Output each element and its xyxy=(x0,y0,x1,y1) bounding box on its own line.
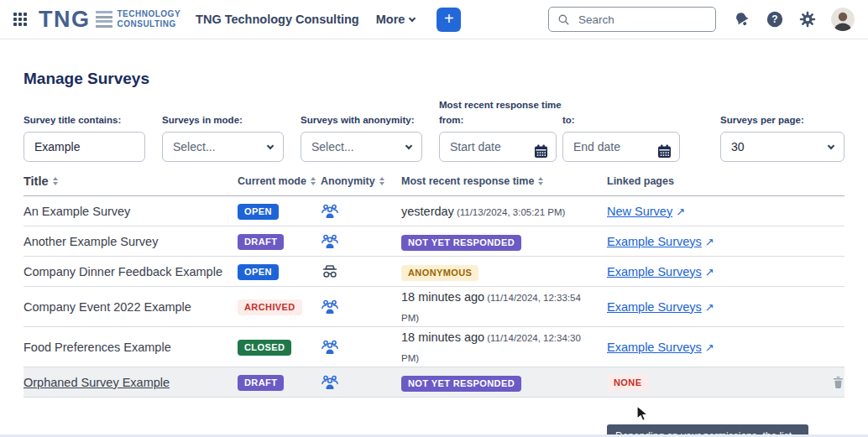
mode-badge: OPEN xyxy=(238,204,279,220)
app-switcher-icon[interactable] xyxy=(13,13,27,26)
more-label: More xyxy=(376,13,405,26)
survey-title[interactable]: Orphaned Survey Example xyxy=(24,376,238,389)
end-date-input[interactable] xyxy=(562,132,680,162)
filter-title-contains: Survey title contains: xyxy=(24,115,145,162)
linked-page-link[interactable]: Example Surveys xyxy=(607,235,702,248)
chevron-down-icon xyxy=(267,142,274,148)
mode-badge: CLOSED xyxy=(238,340,291,356)
mode-badge: DRAFT xyxy=(238,375,284,391)
filter-mode: Surveys in mode: Select... xyxy=(162,115,284,162)
create-button[interactable]: + xyxy=(437,8,461,32)
sort-icon[interactable] xyxy=(379,177,384,185)
to-label: to: xyxy=(562,115,680,125)
col-anonymity[interactable]: Anonymity xyxy=(319,175,401,187)
group-icon xyxy=(321,233,339,250)
col-response-time[interactable]: Most recent response time xyxy=(401,174,607,189)
chevron-down-icon xyxy=(405,142,412,148)
linked-page-link[interactable]: New Survey xyxy=(607,205,672,218)
external-link-icon: ↗ xyxy=(676,205,685,218)
filter-per-page: Surveys per page: 30 xyxy=(720,115,844,162)
from-label: from: xyxy=(439,115,557,125)
filter-anonymity: Surveys with anonymity: Select... xyxy=(301,115,422,162)
group-icon xyxy=(321,339,339,356)
chevron-down-icon xyxy=(828,142,834,148)
topbar: TNG TECHNOLOGY CONSULTING TNG Technology… xyxy=(0,0,868,39)
more-menu[interactable]: More xyxy=(376,13,416,26)
filter-title-label: Survey title contains: xyxy=(24,115,145,125)
filter-from: from: xyxy=(439,115,557,162)
filter-anonymity-label: Surveys with anonymity: xyxy=(301,115,422,125)
table-header: Title Current mode Anonymity Most recent… xyxy=(24,174,844,196)
per-page-label: Surveys per page: xyxy=(720,115,844,125)
linked-page-link[interactable]: Example Surveys xyxy=(607,300,702,314)
col-title[interactable]: Title xyxy=(24,174,238,188)
main-content: Manage Surveys Survey title contains: Su… xyxy=(0,70,868,398)
mode-badge: ARCHIVED xyxy=(238,299,302,315)
topbar-actions: ? xyxy=(733,8,855,31)
logo-text: TNG xyxy=(39,8,91,31)
filter-bar: Survey title contains: Surveys in mode: … xyxy=(24,100,844,162)
external-link-icon: ↗ xyxy=(705,236,714,248)
response-timestamp: (11/13/2024, 3:05:21 PM) xyxy=(457,207,566,217)
chevron-down-icon xyxy=(409,14,416,21)
linked-page-link[interactable]: Example Surveys xyxy=(607,265,702,278)
incognito-icon xyxy=(321,263,339,280)
table-row[interactable]: Another Example Survey DRAFT NOT YET RES… xyxy=(24,226,844,257)
table-row[interactable]: Food Preferences Example CLOSED 18 minut… xyxy=(24,327,844,367)
mode-select[interactable]: Select... xyxy=(162,132,284,162)
col-linked-pages: Linked pages xyxy=(607,175,819,187)
search-input[interactable] xyxy=(577,13,707,27)
filter-to: to: xyxy=(562,115,680,162)
response-time: 18 minutes ago xyxy=(401,290,484,304)
survey-title[interactable]: An Example Survey xyxy=(24,205,238,218)
external-link-icon: ↗ xyxy=(705,301,714,314)
response-status-badge: NOT YET RESPONDED xyxy=(401,235,521,251)
survey-title[interactable]: Company Dinner Feedback Example xyxy=(24,265,238,278)
user-avatar[interactable] xyxy=(831,8,855,31)
page-title: Manage Surveys xyxy=(24,70,844,88)
tng-logo[interactable]: TNG TECHNOLOGY CONSULTING xyxy=(39,8,180,31)
start-date-input[interactable] xyxy=(439,132,557,162)
search-icon xyxy=(557,13,570,26)
table-row[interactable]: Orphaned Survey Example DRAFT NOT YET RE… xyxy=(24,367,844,398)
mode-badge: DRAFT xyxy=(238,234,284,250)
title-contains-input[interactable] xyxy=(24,132,145,162)
group-icon xyxy=(321,374,339,391)
response-status-badge: ANONYMOUS xyxy=(401,265,478,281)
anonymity-select[interactable]: Select... xyxy=(301,132,422,162)
external-link-icon: ↗ xyxy=(705,266,714,278)
survey-title[interactable]: Company Event 2022 Example xyxy=(24,300,238,314)
table-row[interactable]: An Example Survey OPEN yesterday(11/13/2… xyxy=(24,196,844,226)
search-box[interactable] xyxy=(548,7,716,32)
linked-none-badge: NONE xyxy=(607,375,648,391)
survey-title[interactable]: Another Example Survey xyxy=(24,235,238,248)
sort-icon[interactable] xyxy=(538,177,543,185)
group-icon xyxy=(321,299,339,315)
space-link[interactable]: TNG Technology Consulting xyxy=(196,13,359,26)
sort-icon[interactable] xyxy=(53,177,58,185)
group-icon xyxy=(321,203,339,220)
linked-page-link[interactable]: Example Surveys xyxy=(607,341,702,354)
notifications-bell-icon[interactable] xyxy=(733,10,751,29)
sort-icon[interactable] xyxy=(311,177,316,185)
filter-response-time: Most recent response time from: to: xyxy=(439,100,680,162)
logo-subtitle: TECHNOLOGY CONSULTING xyxy=(118,9,181,30)
logo-bars-icon xyxy=(96,11,112,28)
response-time: 18 minutes ago xyxy=(401,330,484,344)
response-time-group-label: Most recent response time xyxy=(439,100,680,110)
response-time: yesterday xyxy=(401,205,454,218)
survey-title[interactable]: Food Preferences Example xyxy=(24,341,238,354)
external-link-icon: ↗ xyxy=(705,341,714,354)
table-row[interactable]: Company Event 2022 Example ARCHIVED 18 m… xyxy=(24,287,844,327)
help-icon[interactable]: ? xyxy=(766,10,784,29)
per-page-select[interactable]: 30 xyxy=(720,132,844,162)
filter-mode-label: Surveys in mode: xyxy=(162,115,284,125)
svg-text:?: ? xyxy=(771,13,777,25)
col-current-mode[interactable]: Current mode xyxy=(238,175,319,187)
delete-trash-icon[interactable] xyxy=(832,375,844,389)
settings-gear-icon[interactable] xyxy=(798,10,817,29)
mode-badge: OPEN xyxy=(238,264,279,280)
response-status-badge: NOT YET RESPONDED xyxy=(401,376,521,392)
table-row[interactable]: Company Dinner Feedback Example OPEN ANO… xyxy=(24,257,844,287)
